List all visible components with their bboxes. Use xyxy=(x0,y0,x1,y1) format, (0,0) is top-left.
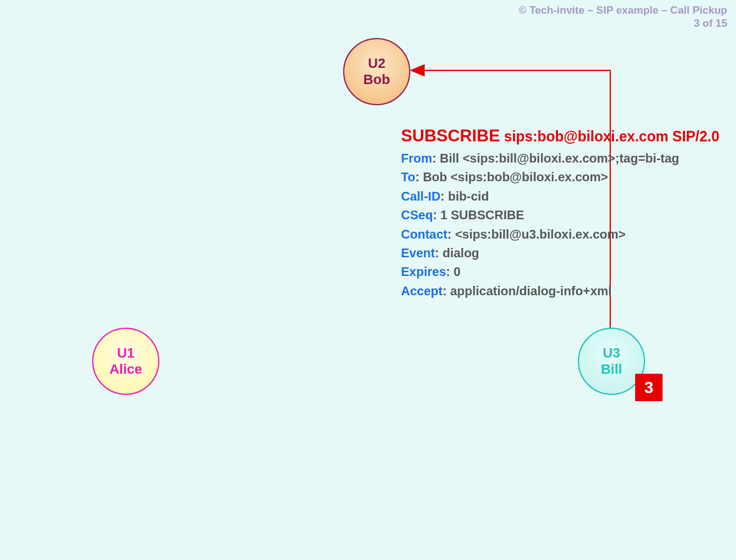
sip-message-block: SUBSCRIBE sips:bob@biloxi.ex.com SIP/2.0… xyxy=(401,123,719,300)
node-u2-id: U2 xyxy=(368,55,385,72)
node-u2-name: Bob xyxy=(364,72,390,88)
node-u2-bob: U2 Bob xyxy=(343,38,410,105)
sip-request-line: SUBSCRIBE sips:bob@biloxi.ex.com SIP/2.0 xyxy=(401,123,719,149)
node-u1-name: Alice xyxy=(110,361,143,377)
sip-header-contact: Contact: <sips:bill@u3.biloxi.ex.com> xyxy=(401,225,719,244)
node-u1-id: U1 xyxy=(117,345,134,361)
node-u3-name: Bill xyxy=(601,361,622,377)
step-number-badge: 3 xyxy=(635,374,663,401)
sip-header-call-id: Call-ID: bib-cid xyxy=(401,187,719,206)
node-u3-id: U3 xyxy=(603,345,620,361)
sip-header-from: From: Bill <sips:bill@biloxi.ex.com>;tag… xyxy=(401,149,719,168)
sip-header-accept: Accept: application/dialog-info+xml xyxy=(401,282,719,300)
node-u1-alice: U1 Alice xyxy=(92,328,159,395)
sip-header-to: To: Bob <sips:bob@biloxi.ex.com> xyxy=(401,168,719,186)
header-page-indicator: 3 of 15 xyxy=(519,17,727,30)
sip-header-expires: Expires: 0 xyxy=(401,262,719,281)
sip-header-event: Event: dialog xyxy=(401,244,719,262)
header-reference: © Tech-invite – SIP example – Call Picku… xyxy=(519,4,727,31)
header-source: © Tech-invite – SIP example – Call Picku… xyxy=(519,4,727,17)
sip-method: SUBSCRIBE xyxy=(401,126,500,145)
sip-request-uri: sips:bob@biloxi.ex.com SIP/2.0 xyxy=(504,128,719,145)
sip-header-cseq: CSeq: 1 SUBSCRIBE xyxy=(401,206,719,224)
